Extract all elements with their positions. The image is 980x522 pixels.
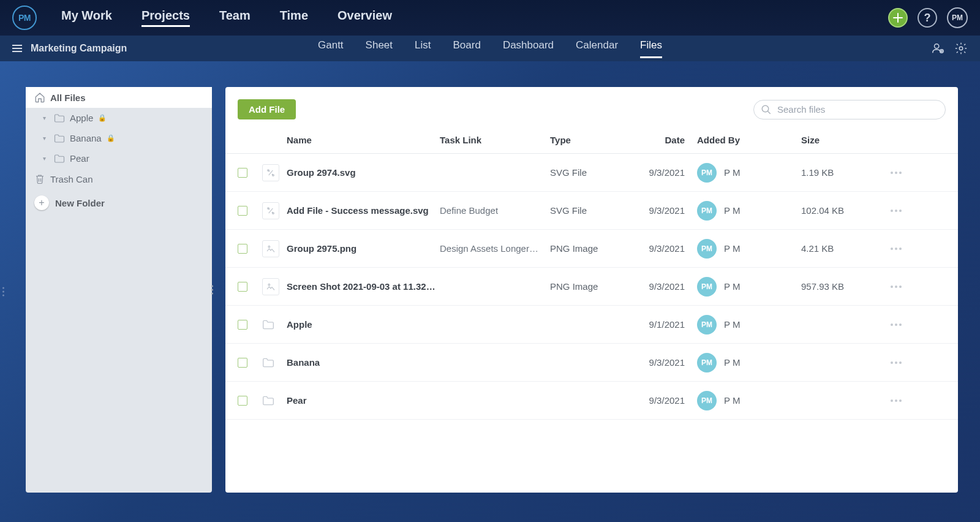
uploader-avatar[interactable]: PM xyxy=(697,353,717,373)
folder-icon xyxy=(54,134,65,143)
help-button[interactable]: ? xyxy=(918,8,937,28)
uploader-name: P M xyxy=(724,243,740,254)
col-size[interactable]: Size xyxy=(801,135,881,145)
nav-projects[interactable]: Projects xyxy=(141,9,190,27)
tab-board[interactable]: Board xyxy=(453,39,481,58)
tab-sheet[interactable]: Sheet xyxy=(366,39,393,58)
row-checkbox[interactable] xyxy=(238,168,247,178)
file-name: Add File - Success message.svg xyxy=(287,205,440,216)
vector-file-icon xyxy=(266,206,276,216)
row-more-button[interactable] xyxy=(881,248,911,250)
task-link[interactable]: Define Budget xyxy=(440,205,550,216)
lock-icon: 🔒 xyxy=(107,134,115,142)
uploader-avatar[interactable]: PM xyxy=(697,163,717,183)
nav-time[interactable]: Time xyxy=(280,9,308,27)
file-name: Apple xyxy=(287,319,440,330)
new-folder-label: New Folder xyxy=(55,198,105,208)
sidebar-item-apple[interactable]: ▾Apple🔒 xyxy=(26,108,212,128)
col-type[interactable]: Type xyxy=(550,135,636,145)
file-thumb xyxy=(262,278,279,295)
tab-gantt[interactable]: Gantt xyxy=(318,39,344,58)
row-checkbox[interactable] xyxy=(238,206,247,216)
search-input[interactable] xyxy=(753,100,946,119)
search-icon xyxy=(761,104,772,115)
row-checkbox[interactable] xyxy=(238,244,247,254)
sidebar-resize-handle[interactable] xyxy=(211,286,213,295)
row-checkbox[interactable] xyxy=(238,396,247,406)
image-file-icon xyxy=(266,282,276,292)
top-nav: PM My WorkProjectsTeamTimeOverview ? PM xyxy=(0,0,980,36)
nav-my-work[interactable]: My Work xyxy=(61,9,112,27)
file-thumb xyxy=(262,240,279,257)
sidebar-item-banana[interactable]: ▾Banana🔒 xyxy=(26,128,212,148)
row-checkbox[interactable] xyxy=(238,282,247,292)
row-more-button[interactable] xyxy=(881,210,911,212)
people-icon[interactable] xyxy=(931,42,944,55)
table-row[interactable]: Banana9/3/2021PMP M xyxy=(225,344,958,382)
left-drag-handle[interactable] xyxy=(2,287,4,297)
hamburger-icon[interactable] xyxy=(12,45,22,52)
uploader-name: P M xyxy=(724,395,740,406)
chevron-down-icon[interactable]: ▾ xyxy=(43,115,49,121)
folder-icon xyxy=(54,154,65,164)
uploader-avatar[interactable]: PM xyxy=(697,277,717,297)
vector-file-icon xyxy=(266,168,276,178)
table-row[interactable]: Group 2974.svgSVG File9/3/2021PMP M1.19 … xyxy=(225,154,958,192)
sidebar-item-trash-can[interactable]: Trash Can xyxy=(26,168,212,189)
question-icon: ? xyxy=(924,12,931,25)
table-row[interactable]: Screen Shot 2021-09-03 at 11.32…PNG Imag… xyxy=(225,268,958,306)
uploader-avatar[interactable]: PM xyxy=(697,239,717,259)
add-file-button[interactable]: Add File xyxy=(238,99,296,119)
tab-calendar[interactable]: Calendar xyxy=(576,39,618,58)
row-more-button[interactable] xyxy=(881,361,911,364)
svg-point-0 xyxy=(935,44,939,48)
uploader-avatar[interactable]: PM xyxy=(697,201,717,221)
new-folder-button[interactable]: + New Folder xyxy=(26,189,212,216)
tab-files[interactable]: Files xyxy=(640,39,662,58)
project-subnav: Marketing Campaign GanttSheetListBoardDa… xyxy=(0,36,980,61)
col-date[interactable]: Date xyxy=(636,135,697,145)
file-date: 9/3/2021 xyxy=(636,281,697,292)
table-header: Name Task Link Type Date Added By Size xyxy=(225,127,958,154)
nav-team[interactable]: Team xyxy=(219,9,251,27)
col-name[interactable]: Name xyxy=(287,135,440,145)
uploader-name: P M xyxy=(724,167,740,178)
task-link[interactable]: Design Assets Longer… xyxy=(440,243,550,254)
folder-sidebar: All Files▾Apple🔒▾Banana🔒▾PearTrash Can +… xyxy=(26,87,212,493)
col-task[interactable]: Task Link xyxy=(440,135,550,145)
plus-circle-icon: + xyxy=(34,195,49,210)
app-logo[interactable]: PM xyxy=(12,6,37,30)
row-more-button[interactable] xyxy=(881,323,911,326)
uploader-avatar[interactable]: PM xyxy=(697,315,717,335)
tree-label: Banana xyxy=(70,133,102,143)
global-add-button[interactable] xyxy=(888,8,908,28)
svg-point-2 xyxy=(959,47,963,50)
sidebar-item-pear[interactable]: ▾Pear xyxy=(26,148,212,168)
folder-icon xyxy=(262,395,274,406)
tab-dashboard[interactable]: Dashboard xyxy=(503,39,554,58)
row-more-button[interactable] xyxy=(881,172,911,174)
user-avatar[interactable]: PM xyxy=(947,7,968,28)
gear-icon[interactable] xyxy=(954,42,968,55)
uploader-name: P M xyxy=(724,357,740,368)
tab-list[interactable]: List xyxy=(415,39,431,58)
table-row[interactable]: Add File - Success message.svgDefine Bud… xyxy=(225,192,958,230)
chevron-down-icon[interactable]: ▾ xyxy=(43,155,49,162)
table-row[interactable]: Group 2975.pngDesign Assets Longer…PNG I… xyxy=(225,230,958,268)
file-size: 4.21 KB xyxy=(801,243,881,254)
file-name: Pear xyxy=(287,395,440,406)
row-more-button[interactable] xyxy=(881,286,911,288)
row-checkbox[interactable] xyxy=(238,320,247,330)
sidebar-item-all-files[interactable]: All Files xyxy=(26,87,212,108)
row-checkbox[interactable] xyxy=(238,358,247,368)
uploader-avatar[interactable]: PM xyxy=(697,391,717,410)
col-added-by[interactable]: Added By xyxy=(697,135,801,145)
table-row[interactable]: Apple9/1/2021PMP M xyxy=(225,306,958,344)
chevron-down-icon[interactable]: ▾ xyxy=(43,135,49,142)
table-row[interactable]: Pear9/3/2021PMP M xyxy=(225,382,958,420)
uploader-name: P M xyxy=(724,319,740,330)
tree-label: Trash Can xyxy=(50,174,92,184)
nav-overview[interactable]: Overview xyxy=(337,9,392,27)
folder-icon xyxy=(54,113,65,123)
row-more-button[interactable] xyxy=(881,399,911,402)
